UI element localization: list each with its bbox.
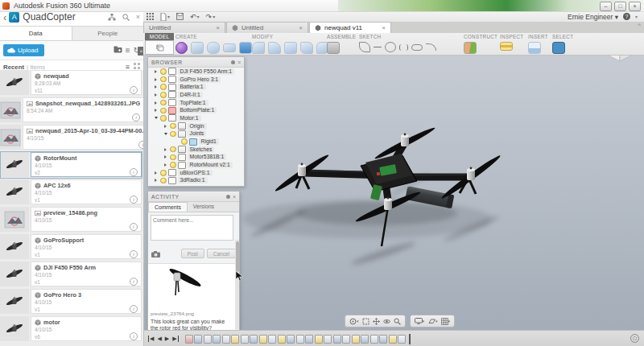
visibility-bulb-icon[interactable] <box>181 138 188 145</box>
panel-close-icon[interactable]: × <box>136 13 140 21</box>
expand-arrow-icon[interactable] <box>163 133 168 135</box>
browser-node[interactable]: Sketches <box>148 146 244 154</box>
expand-arrow-icon[interactable] <box>153 109 159 112</box>
undo-caret[interactable]: ▾ <box>197 14 200 19</box>
tab-close-icon[interactable]: × <box>299 24 303 31</box>
expand-arrow-icon[interactable] <box>153 101 159 105</box>
modify-shell-icon[interactable] <box>268 42 281 54</box>
visibility-bulb-icon[interactable] <box>160 170 167 176</box>
zoom-icon[interactable] <box>394 318 401 325</box>
redo-caret[interactable]: ▾ <box>213 14 215 19</box>
doc-tab-untitled-1[interactable]: Untitled× <box>143 22 225 33</box>
tab-comments[interactable]: Comments <box>148 202 188 212</box>
file-list-item[interactable]: GoProSupport 4/10/15 v1 i <box>0 234 143 259</box>
timeline-feature-icon[interactable] <box>287 335 295 344</box>
browser-node[interactable]: DJI F450 F550 Arm:1 <box>148 68 244 76</box>
activity-close-icon[interactable]: × <box>233 194 236 200</box>
fit-icon[interactable] <box>362 318 369 325</box>
file-list-item[interactable]: DJI F450 F550 Arm 4/10/15 v1 i <box>0 262 143 286</box>
sketch-line-icon[interactable] <box>374 47 382 47</box>
menu-icon[interactable]: ≡ <box>126 46 130 55</box>
timeline-feature-icon[interactable] <box>305 335 313 344</box>
sketch-arc-icon[interactable] <box>426 43 436 51</box>
browser-node[interactable]: Joints <box>148 130 244 138</box>
visibility-bulb-icon[interactable] <box>160 178 167 184</box>
browser-node[interactable]: Batteria:1 <box>148 83 244 91</box>
create-cylinder-icon[interactable] <box>207 42 220 54</box>
modify-combine-icon[interactable] <box>300 42 313 54</box>
browser-node[interactable]: Origin <box>148 122 244 130</box>
save-icon[interactable] <box>176 13 184 20</box>
pan-icon[interactable] <box>373 318 380 325</box>
expand-arrow-icon[interactable] <box>163 163 168 167</box>
browser-node[interactable]: TopPlate:1 <box>148 99 244 107</box>
info-icon[interactable]: i <box>130 168 138 176</box>
timeline-feature-icon[interactable] <box>231 335 239 344</box>
file-list-item[interactable]: GoPro Hero 3 4/10/15 v1 i <box>0 289 143 314</box>
expand-arrow-icon[interactable] <box>153 78 159 81</box>
insert-image-icon[interactable] <box>528 42 541 54</box>
info-icon[interactable]: i <box>130 196 138 204</box>
tab-versions[interactable]: Versions <box>188 202 220 212</box>
close-button[interactable]: × <box>629 2 641 11</box>
visibility-bulb-icon[interactable] <box>160 115 167 122</box>
new-file-icon[interactable]: ▾ <box>160 13 170 21</box>
tab-people[interactable]: People <box>72 27 144 40</box>
expand-arrow-icon[interactable] <box>163 155 168 159</box>
construct-plane-icon[interactable] <box>464 42 477 54</box>
timeline-position-marker[interactable] <box>409 334 411 344</box>
browser-node[interactable]: 3dRadio:1 <box>148 177 244 185</box>
timeline-feature-icon[interactable] <box>194 335 202 344</box>
info-icon[interactable]: i <box>130 332 138 340</box>
browser-node[interactable]: Motor5381B:1 <box>148 154 244 162</box>
visibility-bulb-icon[interactable] <box>170 131 176 138</box>
sketch-slot-icon[interactable] <box>411 44 423 51</box>
timeline-feature-icon[interactable] <box>278 335 286 344</box>
sketch-circle-icon[interactable] <box>385 42 396 52</box>
assemble-joint-icon[interactable] <box>327 42 340 54</box>
info-icon[interactable]: i <box>132 113 140 122</box>
minimize-button[interactable]: – <box>600 2 612 11</box>
visibility-bulb-icon[interactable] <box>160 76 167 83</box>
orbit-icon[interactable] <box>383 318 390 325</box>
activity-options-icon[interactable] <box>226 195 230 199</box>
browser-node[interactable]: Motor:1 <box>148 114 244 122</box>
file-list-item[interactable]: preview_15486.png 4/10/15 i <box>0 207 143 232</box>
doc-tab-untitled-2[interactable]: Untitled× <box>226 22 308 33</box>
file-list-item[interactable]: APC 12x6 4/10/15 v1 i <box>0 179 143 204</box>
orbit-menu-icon[interactable]: ▾ <box>349 318 359 325</box>
visibility-bulb-icon[interactable] <box>170 154 176 161</box>
timeline-feature-icon[interactable] <box>241 335 249 344</box>
timeline-feature-icon[interactable] <box>204 335 212 344</box>
browser-node[interactable]: Rigid1 <box>148 138 244 146</box>
new-file-caret[interactable]: ▾ <box>167 14 170 19</box>
timeline-feature-icon[interactable] <box>315 335 323 344</box>
timeline-feature-icon[interactable] <box>324 335 332 344</box>
expand-arrow-icon[interactable] <box>153 93 159 97</box>
visibility-bulb-icon[interactable] <box>170 123 176 130</box>
visibility-bulb-icon[interactable] <box>160 84 167 90</box>
modify-fillet-icon[interactable] <box>252 42 265 54</box>
info-icon[interactable]: i <box>130 250 138 258</box>
timeline-end-button[interactable]: ▶ <box>172 336 178 342</box>
timeline-start-button[interactable]: ◀ <box>148 336 154 342</box>
restore-button[interactable]: □ <box>614 2 626 11</box>
browser-node[interactable]: GoPro Hero 3:1 <box>148 76 244 84</box>
expand-arrow-icon[interactable] <box>153 171 159 175</box>
timeline-feature-icon[interactable] <box>352 335 360 344</box>
help-icon[interactable]: ? <box>623 13 630 20</box>
sketch-spline-icon[interactable] <box>359 42 370 52</box>
timeline-feature-icon[interactable] <box>389 335 397 344</box>
tab-close-icon[interactable]: × <box>382 24 386 31</box>
timeline-feature-icon[interactable] <box>185 335 193 344</box>
info-icon[interactable]: i <box>130 305 138 313</box>
timeline-feature-icon[interactable] <box>398 335 406 344</box>
display-settings-icon[interactable]: ▾ <box>415 318 425 324</box>
timeline-feature-icon[interactable] <box>333 335 341 344</box>
visibility-bulb-icon[interactable] <box>160 100 167 106</box>
expand-arrow-icon[interactable] <box>153 117 159 119</box>
app-grid-icon[interactable] <box>147 13 154 20</box>
workspace-selector[interactable]: MODEL <box>145 33 174 54</box>
info-icon[interactable]: i <box>130 278 138 286</box>
camera-icon[interactable] <box>151 246 160 261</box>
